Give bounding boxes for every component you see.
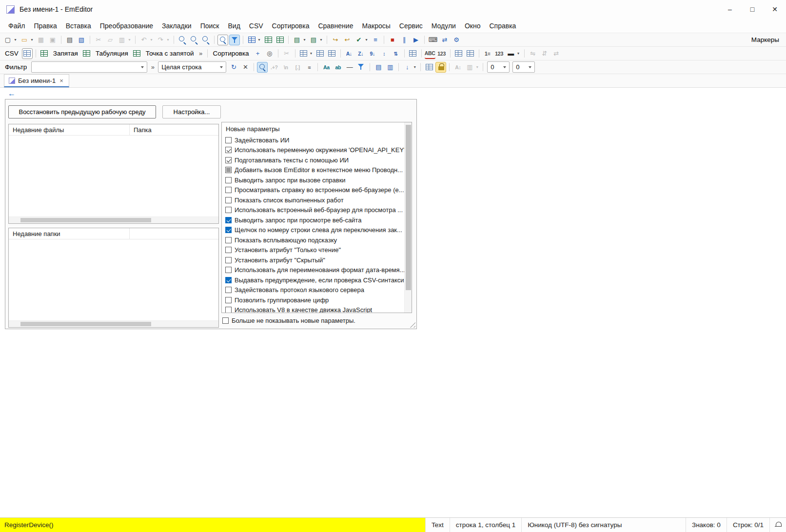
reload-dropdown[interactable]: ▾ — [318, 35, 324, 45]
option-row[interactable]: Задействовать протокол языкового сервера — [224, 285, 404, 296]
toolbar-item[interactable] — [384, 36, 384, 44]
transpose-icon[interactable]: ⇋ — [528, 48, 538, 59]
new-file-dropdown[interactable]: ▾ — [13, 35, 18, 45]
toolbar-item[interactable] — [90, 36, 90, 44]
delete-column-icon[interactable] — [327, 48, 337, 59]
csv-toggle-icon[interactable] — [22, 48, 33, 59]
join-columns-icon[interactable] — [465, 48, 476, 59]
save-all-icon[interactable]: ▣ — [47, 35, 58, 45]
reload-icon[interactable]: ▤ — [308, 35, 319, 45]
recent-folders-column-header[interactable]: Недавние папки — [9, 228, 130, 239]
option-checkbox[interactable] — [225, 307, 232, 313]
toolbar-item[interactable] — [327, 36, 327, 44]
sort-reverse-icon[interactable]: ⇅ — [391, 48, 401, 59]
fixed-width-icon[interactable] — [275, 35, 285, 45]
close-button[interactable]: ✕ — [764, 0, 786, 19]
csv-overflow-chevron[interactable]: » — [197, 48, 204, 59]
option-checkbox[interactable] — [225, 267, 232, 273]
markers-toolbar-label[interactable]: Маркеры — [747, 36, 784, 43]
menu-item[interactable]: Окно — [460, 20, 485, 31]
open-file-icon[interactable]: ▭ — [19, 35, 30, 45]
open-file-dropdown[interactable]: ▾ — [29, 35, 35, 45]
validate-dropdown[interactable]: ▾ — [364, 35, 369, 45]
option-checkbox[interactable] — [225, 187, 232, 193]
option-checkbox[interactable] — [225, 177, 232, 183]
restore-workspace-button[interactable]: Восстановить предыдущую рабочую среду — [8, 105, 156, 118]
tab-close-icon[interactable]: × — [59, 77, 64, 84]
fixed-columns-select[interactable]: 0 — [512, 61, 535, 73]
option-row[interactable]: Просматривать справку во встроенном веб-… — [224, 185, 404, 196]
menu-item[interactable]: Макросы — [357, 20, 394, 31]
sort-numeric-icon[interactable]: 9↓ — [367, 48, 378, 59]
menu-item[interactable]: Вставка — [61, 20, 96, 31]
option-row[interactable]: Использовать для переименования формат д… — [224, 265, 404, 276]
status-encoding[interactable]: Юникод (UTF-8) без сигнатуры — [521, 518, 628, 532]
filter-column-icon[interactable] — [424, 62, 434, 73]
select-column-icon[interactable] — [298, 48, 309, 59]
editor-area[interactable]: ← Восстановить предыдущую рабочую среду … — [0, 88, 786, 517]
next-match-icon[interactable]: ↓ — [402, 62, 413, 73]
encoding-icon[interactable]: ▤ — [292, 35, 302, 45]
tab-untitled[interactable]: Без имени-1 × — [4, 74, 69, 87]
toolbar-item[interactable] — [135, 36, 136, 44]
new-file-icon[interactable]: ▢ — [2, 35, 13, 45]
numbering-icon[interactable]: 123 — [436, 48, 447, 59]
option-row[interactable]: Использовать переменную окружения 'OPENA… — [224, 145, 404, 156]
toolbar-item[interactable] — [317, 63, 318, 71]
option-row[interactable]: Добавить вызов EmEditor в контекстное ме… — [224, 165, 404, 176]
ruler-icon[interactable]: 123 — [494, 48, 505, 59]
toolbar-item[interactable] — [421, 49, 422, 58]
sort-add-icon[interactable]: + — [253, 48, 263, 59]
menu-item[interactable]: Вид — [223, 20, 244, 31]
tab-csv-label[interactable]: Табуляция — [93, 48, 131, 59]
print-icon[interactable]: ▤ — [64, 35, 75, 45]
filter-document-icon[interactable]: ▤ — [373, 62, 384, 73]
heading-dropdown[interactable]: ▾ — [516, 48, 521, 59]
flip-icon[interactable]: ⇵ — [539, 48, 550, 59]
menu-item[interactable]: Модули — [427, 20, 460, 31]
option-checkbox[interactable] — [225, 147, 232, 153]
menu-item[interactable]: Справка — [485, 20, 520, 31]
toolbar-item[interactable] — [254, 63, 254, 71]
print-preview-icon[interactable]: ▧ — [76, 35, 87, 45]
record-macro-icon[interactable]: ■ — [387, 35, 398, 45]
option-checkbox[interactable] — [225, 137, 232, 143]
resize-grip[interactable] — [410, 322, 415, 328]
insert-column-icon[interactable] — [315, 48, 326, 59]
unwrap-icon[interactable]: ✂ — [281, 48, 292, 59]
dont-show-checkbox[interactable] — [222, 317, 229, 324]
paste-dropdown[interactable]: ▾ — [127, 35, 132, 45]
recent-folders-body[interactable] — [9, 240, 218, 320]
semicolon-csv-label[interactable]: Точка с запятой — [143, 48, 196, 59]
option-checkbox[interactable] — [225, 217, 232, 223]
minimize-button[interactable]: – — [719, 0, 741, 19]
filter-overflow-chevron[interactable]: » — [149, 62, 156, 73]
find-icon[interactable] — [177, 35, 188, 45]
play-macro-icon[interactable]: ▶ — [411, 35, 421, 45]
regex-toggle-icon[interactable]: .+? — [269, 62, 279, 73]
option-checkbox[interactable] — [225, 197, 232, 203]
option-checkbox[interactable] — [225, 297, 232, 303]
undo-icon[interactable]: ↶ — [138, 35, 149, 45]
comma-csv-icon[interactable] — [39, 48, 50, 59]
menu-item[interactable]: Преобразование — [96, 20, 157, 31]
sort-lines-icon[interactable]: ≡ — [370, 35, 381, 45]
prev-cell-icon[interactable]: ↩ — [342, 35, 353, 45]
toolbar-item[interactable] — [370, 63, 370, 71]
filter-toolbar-toggle-icon[interactable] — [229, 35, 240, 45]
option-row[interactable]: Позволить группирование цифр — [224, 295, 404, 305]
option-row[interactable]: Установить атрибут "Только чтение" — [224, 245, 404, 256]
semicolon-csv-icon[interactable] — [132, 48, 142, 59]
swap-columns-icon[interactable]: ⇄ — [551, 48, 562, 59]
redo-icon[interactable]: ↷ — [155, 35, 166, 45]
sort-dates-icon[interactable]: ↕ — [379, 48, 390, 59]
csv-convert-icon[interactable] — [263, 35, 274, 45]
status-cursor-position[interactable]: строка 1, столбец 1 — [450, 518, 521, 532]
sort-desc-icon[interactable]: Z↓ — [355, 48, 366, 59]
fuzzy-toggle-icon[interactable]: ≈ — [304, 62, 314, 73]
option-checkbox[interactable] — [225, 257, 232, 263]
next-cell-icon[interactable]: ↪ — [330, 35, 341, 45]
toolbar-item[interactable] — [243, 36, 243, 44]
undo-dropdown[interactable]: ▾ — [149, 35, 154, 45]
menu-item[interactable]: Сравнение — [314, 20, 357, 31]
